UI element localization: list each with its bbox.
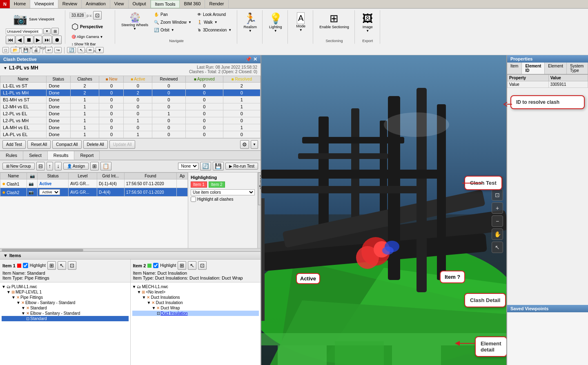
results-icon3-button[interactable]: ↓ — [55, 162, 62, 170]
viewpoint-name-input[interactable] — [6, 29, 42, 34]
toolbar-redo-button[interactable]: ↪ — [54, 47, 62, 53]
zoom-out-button[interactable]: − — [492, 215, 503, 227]
item1-zoom-button[interactable]: ⊡ — [68, 261, 76, 270]
tree-item[interactable]: ▼ 🗂 MECH-L1.nwc — [132, 284, 259, 289]
app-menu-button[interactable]: N — [0, 0, 10, 8]
tab-item-tools[interactable]: Item Tools — [151, 0, 180, 8]
assign-button[interactable]: 👤 Assign — [63, 163, 89, 170]
items-header[interactable]: ▼ Items — [0, 252, 261, 260]
reset-all-button[interactable]: Reset All — [27, 140, 51, 149]
highlight-all-checkbox[interactable] — [191, 197, 196, 202]
save-viewpoint-button[interactable]: 📷 Save Viewpoint — [11, 11, 56, 27]
walk-button[interactable]: 🚶 Walk ▼ — [195, 19, 234, 26]
viewpoint-dropdown-button[interactable]: ▼ — [43, 28, 51, 34]
results-icon5-button[interactable]: 📋 — [100, 162, 111, 170]
tree-item[interactable]: ▼ ✕ Duct Wrap — [132, 305, 259, 311]
item1-select-button[interactable]: ↖ — [58, 261, 66, 270]
navigate-3d-button[interactable]: ✋ — [492, 228, 503, 240]
item2-badge[interactable]: Item 2 — [209, 181, 225, 188]
play-stop-button[interactable]: ⏹ — [24, 36, 33, 44]
item2-zoom-button[interactable]: ⊡ — [198, 261, 207, 270]
toolbar-save-button[interactable]: 💾 — [21, 47, 30, 53]
tree-item[interactable]: ▼ ⊞ <No level> — [132, 289, 259, 295]
results-save-button[interactable]: 💾 — [213, 162, 224, 170]
tab-bim360[interactable]: BIM 360 — [180, 0, 205, 8]
steering-wheels-button[interactable]: 🎡 Steering Wheels ▼ — [119, 11, 150, 34]
tree-item[interactable]: ⊡ Duct Insulation — [132, 311, 259, 316]
tab-viewpoint[interactable]: Viewpoint — [30, 0, 58, 8]
delete-all-button[interactable]: Delete All — [83, 140, 108, 149]
tree-item[interactable]: ▼ ✕ Elbow - Sanitary - Standard — [2, 311, 129, 316]
item-colors-dropdown[interactable]: Use item colors — [191, 189, 255, 195]
show-tilt-bar-button[interactable]: ↕ Show Tilt Bar — [69, 41, 111, 47]
select-3d-button[interactable]: ↖ — [492, 242, 503, 253]
tree-item[interactable]: ▼ ✕ Duct Insulation — [132, 300, 259, 305]
table-row[interactable]: LA-MH vs EL Done 1 0 0 0 0 1 — [0, 124, 261, 131]
look-around-button[interactable]: 👁 Look Around — [195, 11, 234, 18]
results-icon4-button[interactable]: ⊞ — [90, 162, 99, 170]
item1-locate-button[interactable]: ⊞ — [47, 261, 56, 270]
tab-render[interactable]: Render — [205, 0, 228, 8]
item1-badge[interactable]: Item 1 — [191, 181, 207, 188]
item2-highlight-checkbox[interactable] — [153, 263, 158, 268]
display-settings-button[interactable]: Display Settings — [258, 172, 261, 205]
item2-select-button[interactable]: ↖ — [188, 261, 196, 270]
fit-all-button[interactable]: ⊡ — [492, 189, 503, 201]
results-icon1-button[interactable]: ⊟ — [36, 162, 45, 170]
tree-item[interactable]: ⊡ Standard — [2, 316, 129, 321]
tab-rules[interactable]: Rules — [0, 151, 23, 160]
results-icon2-button[interactable]: ↑ — [47, 162, 53, 170]
props-tab-element-id[interactable]: Element ID — [522, 63, 545, 74]
results-row[interactable]: ● Clash1 📷 Active AVG GR... D(-1)-4(4) 1… — [0, 179, 188, 188]
play-prev-button[interactable]: ⏮ — [6, 36, 15, 44]
viewport-3d[interactable]: ⌂ ⊡ + − ✋ ↖ — [261, 55, 506, 365]
table-row[interactable]: L2-MH vs EL Done 1 0 0 0 0 1 — [0, 103, 261, 110]
zoom-in-button[interactable]: + — [492, 202, 503, 214]
toolbar-select-button[interactable]: ↖ — [78, 47, 85, 53]
play-back-button[interactable]: ◀ — [16, 36, 24, 44]
tree-item[interactable]: ▼ ⊞ MEP-LEVEL 1 — [2, 289, 129, 295]
toolbar-print-button[interactable]: 🖨 — [32, 47, 40, 53]
tab-report[interactable]: Report — [74, 151, 100, 160]
tab-results[interactable]: Results — [48, 151, 75, 160]
record-button[interactable]: ⏺ — [52, 36, 62, 44]
tree-item[interactable]: ▼ ✕ Duct Insulations — [132, 295, 259, 300]
pan-button[interactable]: ✋ Pan — [152, 11, 194, 18]
lighting-button[interactable]: 💡 Lighting ▼ — [267, 11, 284, 34]
toolbar-open-button[interactable]: 📂 — [11, 47, 20, 53]
toolbar-select2-button[interactable]: ✏ — [87, 47, 94, 53]
table-row[interactable]: L1-EL vs ST Done 2 0 0 0 0 2 — [0, 83, 261, 90]
tab-select[interactable]: Select — [23, 151, 48, 160]
tab-animation[interactable]: Animation — [82, 0, 110, 8]
image-button[interactable]: 🖼 Image ▼ — [360, 11, 375, 34]
toolbar-more-button[interactable]: ▼ — [96, 47, 104, 53]
play-next-button[interactable]: ⏭ — [42, 36, 52, 44]
table-row[interactable]: L2-PL vs EL Done 1 0 0 1 0 0 — [0, 110, 261, 117]
collapse-icon[interactable]: ▼ — [3, 66, 7, 70]
add-test-button[interactable]: Add Test — [2, 140, 26, 149]
nav-menu-button[interactable]: ⊡ — [93, 11, 102, 20]
table-row[interactable]: L1-PL vs MH Done 2 0 2 0 0 0 — [0, 90, 261, 96]
results-refresh-button[interactable]: 🔄 — [200, 162, 211, 170]
new-group-button[interactable]: ⊞ New Group — [2, 163, 35, 170]
zoom-window-button[interactable]: 🔍 Zoom Window ▼ — [152, 19, 194, 26]
tab-output[interactable]: Output — [129, 0, 151, 8]
settings-button[interactable]: ⚙ — [240, 140, 249, 149]
play-forward-button[interactable]: ▶ — [34, 36, 42, 44]
item1-highlight-checkbox[interactable] — [23, 263, 28, 268]
rerun-test-button[interactable]: ▶ Re-run Test — [225, 163, 258, 170]
props-tab-element[interactable]: Element — [545, 63, 567, 74]
pin-button[interactable]: 📌 — [245, 56, 252, 62]
tree-item[interactable]: ▼ ✕ Pipe Fittings — [2, 295, 129, 300]
table-row[interactable]: LA-PL vs EL Done 1 0 1 0 0 0 — [0, 131, 261, 138]
tree-item[interactable]: ▼ ✕ Elbow - Sanitary - Standard — [2, 300, 129, 305]
perspective-button[interactable]: ⬡ Perspective — [69, 20, 111, 33]
item2-locate-button[interactable]: ⊞ — [178, 261, 186, 270]
compact-all-button[interactable]: Compact All — [52, 140, 81, 149]
align-camera-button[interactable]: 🎯 Align Camera ▼ — [69, 34, 111, 40]
tab-home[interactable]: Home — [10, 0, 30, 8]
viewpoint-menu-button[interactable]: ⊞ — [51, 28, 59, 35]
tree-item[interactable]: ▼ 🗂 PLUM-L1.nwc — [2, 284, 129, 289]
update-all-button[interactable]: Update All — [109, 140, 136, 149]
results-hscrollbar[interactable] — [0, 248, 261, 251]
